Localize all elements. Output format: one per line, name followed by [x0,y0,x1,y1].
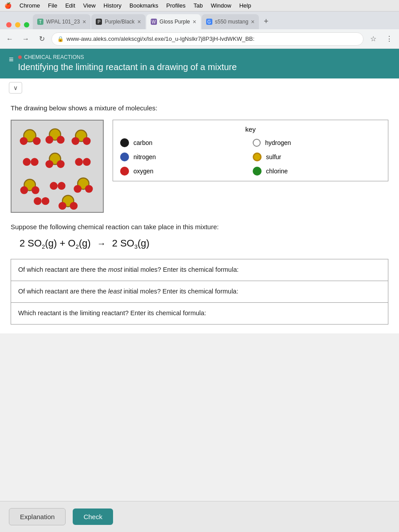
svg-point-18 [20,186,28,194]
sulfur-dot [253,153,262,161]
menu-edit[interactable]: Edit [65,2,75,9]
maximize-button[interactable] [24,22,29,27]
tab-bar: T WPAL 101_23 × P Purple/Black × W Gloss… [0,12,399,29]
svg-point-15 [75,158,83,166]
tab-title-pb: Purple/Black [105,19,134,25]
new-tab-button[interactable]: + [260,15,272,27]
nitrogen-dot [120,153,129,161]
key-item-sulfur: sulfur [253,153,381,161]
svg-point-14 [57,160,65,168]
address-input[interactable]: 🔒 www-awu.aleks.com/alekscgi/x/lsl.exe/1… [51,32,364,46]
explanation-button[interactable]: Explanation [9,508,66,525]
questions-section: Of which reactant are there the most ini… [11,259,388,324]
minimize-button[interactable] [15,22,20,27]
svg-point-25 [34,197,42,205]
oxygen-label: oxygen [133,168,153,175]
svg-point-16 [83,158,91,166]
tab-title-m: s550 mustang [215,19,248,25]
tab-close-pb[interactable]: × [137,18,141,25]
key-item-chlorine: chlorine [253,167,381,176]
extensions-button[interactable]: ⋮ [383,33,395,45]
chlorine-label: chlorine [266,168,288,175]
reaction-intro: Suppose the following chemical reaction … [11,222,388,232]
key-grid: carbon hydrogen nitrogen sulfur [120,138,381,176]
tab-title-gp: Gloss Purple [160,19,190,25]
oxygen-dot [120,167,129,176]
menu-bar: 🍎 Chrome File Edit View History Bookmark… [0,0,399,12]
back-button[interactable]: ← [4,33,16,45]
svg-point-23 [74,185,82,193]
question-limiting-reactant: Which reactant is the limiting reactant?… [11,303,388,325]
svg-point-3 [33,137,41,145]
tab-gloss-purple[interactable]: W Gloss Purple × [146,14,201,29]
svg-point-19 [31,186,39,194]
svg-point-5 [46,136,54,144]
menu-chrome[interactable]: Chrome [20,2,40,9]
tab-favicon-m: G [206,19,212,25]
key-item-oxygen: oxygen [120,167,248,176]
key-box: key carbon hydrogen nitrogen [113,120,388,181]
tab-mustang[interactable]: G s550 mustang × [202,14,259,29]
tab-close-wpal[interactable]: × [82,18,86,25]
svg-point-10 [23,158,31,166]
menu-bookmarks[interactable]: Bookmarks [129,2,158,9]
chlorine-dot [253,167,262,176]
tab-wpal[interactable]: T WPAL 101_23 × [33,14,90,29]
tab-purple-black[interactable]: P Purple/Black × [91,14,145,29]
svg-point-24 [85,185,93,193]
apple-menu[interactable]: 🍎 [4,2,12,9]
menu-profiles[interactable]: Profiles [166,2,185,9]
bottom-bar: Explanation Check [0,501,399,532]
mixture-section: key carbon hydrogen nitrogen [11,120,388,213]
svg-point-8 [71,137,79,145]
key-item-carbon: carbon [120,138,248,147]
menu-file[interactable]: File [48,2,57,9]
menu-tab[interactable]: Tab [193,2,203,9]
tab-favicon-gp: W [151,19,157,25]
aleks-header: ≡ CHEMICAL REACTIONS Identifying the lim… [0,49,399,78]
address-text: www-awu.aleks.com/alekscgi/x/lsl.exe/1o_… [66,35,254,42]
section-dot [18,55,22,59]
svg-point-9 [83,137,91,145]
hamburger-menu[interactable]: ≡ [9,55,14,64]
address-bar: ← → ↻ 🔒 www-awu.aleks.com/alekscgi/x/lsl… [0,29,399,49]
header-text: CHEMICAL REACTIONS Identifying the limit… [18,54,237,72]
traffic-lights [4,20,32,29]
svg-point-13 [46,160,54,168]
tab-close-gp[interactable]: × [193,18,196,25]
svg-point-6 [57,136,65,144]
reload-button[interactable]: ↻ [35,33,48,45]
hydrogen-label: hydrogen [265,139,291,146]
bookmark-button[interactable]: ☆ [367,33,379,45]
chevron-down-button[interactable]: ∨ [9,82,22,94]
svg-point-21 [58,182,66,190]
url-path: /alekscgi/x/lsl.exe/1o_u-lgNslkr7j8P3jH-… [119,35,254,42]
key-title: key [120,125,381,133]
lock-icon: 🔒 [57,36,64,42]
tab-close-m[interactable]: × [251,18,254,25]
menu-history[interactable]: History [104,2,121,9]
reaction-arrow: → [97,239,106,248]
key-item-hydrogen: hydrogen [253,138,381,147]
chevron-area: ∨ [0,78,399,97]
menu-view[interactable]: View [83,2,96,9]
menu-help[interactable]: Help [239,2,251,9]
tab-favicon-pb: P [96,19,102,25]
question-least-moles: Of which reactant are there the least in… [11,281,388,303]
sulfur-label: sulfur [266,153,281,160]
aleks-body: The drawing below shows a mixture of mol… [0,97,399,333]
svg-point-29 [70,202,78,210]
chemical-equation: 2 SO2(g) + O2(g) → 2 SO3(g) [20,238,388,250]
question-most-moles: Of which reactant are there the most ini… [11,259,388,281]
svg-point-2 [20,137,28,145]
svg-point-11 [31,158,39,166]
menu-window[interactable]: Window [211,2,231,9]
intro-text: The drawing below shows a mixture of mol… [11,104,388,112]
check-button[interactable]: Check [73,509,113,525]
tab-title-wpal: WPAL 101_23 [46,19,80,25]
close-button[interactable] [6,22,12,27]
nitrogen-label: nitrogen [133,153,156,160]
forward-button[interactable]: → [20,33,32,45]
carbon-dot [120,138,129,147]
svg-point-26 [42,197,50,205]
